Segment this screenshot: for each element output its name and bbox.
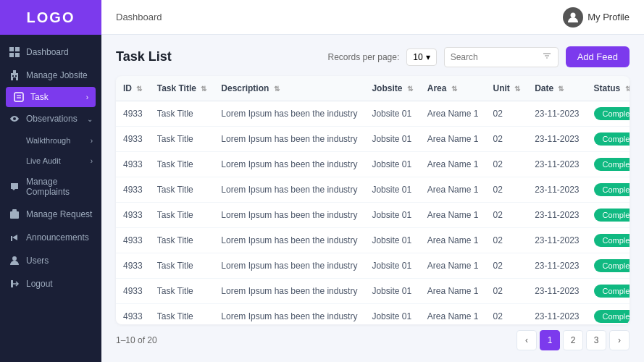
pagination-page-1[interactable]: 1 [540,330,560,350]
pagination-page-3[interactable]: 3 [586,330,606,350]
cell-status: Completed [587,203,630,228]
cell-id: 4933 [116,177,150,203]
sidebar-item-observations[interactable]: Observations ⌄ [0,107,101,130]
cell-unit: 02 [485,203,527,228]
sidebar-item-dashboard[interactable]: Dashboard [0,41,101,64]
cell-status: Completed [587,253,630,279]
sidebar-item-task[interactable]: Task › [6,87,96,107]
records-per-page-select[interactable]: 10 ▾ [406,49,436,66]
pagination-prev-button[interactable]: ‹ [517,330,537,350]
svg-rect-12 [10,211,19,219]
cell-date: 23-11-2023 [527,253,586,279]
sidebar-item-manage-jobsite[interactable]: Manage Jobsite [0,64,101,87]
col-header-description[interactable]: Description ⇅ [214,76,364,101]
sidebar-item-live-audit[interactable]: Live Audit › [0,151,101,171]
cell-status: Completed [587,177,630,203]
sidebar: LOGO Dashboard Manage Jobsite Task › [0,0,101,362]
cell-date: 23-11-2023 [527,177,586,203]
cell-task-title: Task Title [150,203,214,228]
profile-button[interactable]: My Profile [563,7,630,28]
sidebar-item-manage-request[interactable]: Manage Request [0,203,101,226]
status-badge: Completed [594,285,630,298]
cell-task-title: Task Title [150,253,214,279]
col-header-id[interactable]: ID ⇅ [116,76,150,101]
records-value: 10 [413,52,422,62]
svg-rect-6 [12,75,14,77]
cell-jobsite: Jobsite 01 [364,253,419,279]
col-header-task-title[interactable]: Task Title ⇅ [150,76,214,101]
cell-unit: 02 [485,152,527,177]
cell-date: 23-11-2023 [527,228,586,253]
cell-description: Lorem Ipsum has been the industry [214,279,364,304]
logout-icon [9,278,20,290]
col-header-jobsite[interactable]: Jobsite ⇅ [364,76,419,101]
cell-description: Lorem Ipsum has been the industry [214,253,364,279]
sidebar-item-users[interactable]: Users [0,249,101,272]
svg-rect-2 [9,53,14,57]
table-row: 4933 Task Title Lorem Ipsum has been the… [116,127,630,152]
sidebar-item-logout[interactable]: Logout [0,272,101,295]
cell-status: Completed [587,152,630,177]
sidebar-item-label: Walkthrough [26,136,85,145]
sidebar-item-label: Manage Complaints [26,177,93,197]
cell-id: 4933 [116,228,150,253]
svg-rect-5 [13,70,16,73]
col-header-status[interactable]: Status ⇅ [587,76,630,101]
status-badge: Completed [594,132,630,146]
cell-task-title: Task Title [150,228,214,253]
sort-icon: ⇅ [558,85,564,93]
cell-jobsite: Jobsite 01 [364,101,419,127]
cell-description: Lorem Ipsum has been the industry [214,152,364,177]
cell-description: Lorem Ipsum has been the industry [214,304,364,325]
search-box [444,47,559,67]
sort-icon: ⇅ [407,85,413,93]
cell-jobsite: Jobsite 01 [364,228,419,253]
cell-description: Lorem Ipsum has been the industry [214,101,364,127]
task-table: ID ⇅ Task Title ⇅ Description ⇅ Jobsite … [116,76,630,324]
status-badge: Completed [594,259,630,272]
table-row: 4933 Task Title Lorem Ipsum has been the… [116,152,630,177]
pagination-page-2[interactable]: 2 [563,330,583,350]
cell-task-title: Task Title [150,304,214,325]
cell-unit: 02 [485,304,527,325]
table-row: 4933 Task Title Lorem Ipsum has been the… [116,228,630,253]
table-row: 4933 Task Title Lorem Ipsum has been the… [116,203,630,228]
task-icon [13,91,25,103]
cell-area: Area Name 1 [420,177,486,203]
content-area: Task List Records per page: 10 ▾ Add Fee… [101,35,644,362]
cell-jobsite: Jobsite 01 [364,279,419,304]
add-feed-button[interactable]: Add Feed [566,46,630,67]
cell-task-title: Task Title [150,279,214,304]
profile-label: My Profile [587,12,630,22]
cell-status: Completed [587,228,630,253]
sort-icon: ⇅ [625,85,630,93]
breadcrumb: Dashboard [116,12,162,22]
cell-date: 23-11-2023 [527,304,586,325]
sidebar-item-manage-complaints[interactable]: Manage Complaints [0,171,101,203]
cell-area: Area Name 1 [420,228,486,253]
search-input[interactable] [451,52,538,62]
user-icon [9,255,20,266]
cell-area: Area Name 1 [420,101,486,127]
sidebar-item-walkthrough[interactable]: Walkthrough › [0,130,101,151]
announce-icon [9,232,20,243]
logo: LOGO [0,0,101,35]
chevron-right-icon: › [91,157,93,165]
table-row: 4933 Task Title Lorem Ipsum has been the… [116,101,630,127]
svg-rect-1 [15,47,20,51]
cell-date: 23-11-2023 [527,203,586,228]
cell-jobsite: Jobsite 01 [364,152,419,177]
avatar [563,7,583,28]
col-header-area[interactable]: Area ⇅ [420,76,486,101]
cell-description: Lorem Ipsum has been the industry [214,203,364,228]
col-header-unit[interactable]: Unit ⇅ [485,76,527,101]
sidebar-item-announcements[interactable]: Announcements [0,226,101,249]
cell-id: 4933 [116,101,150,127]
status-badge: Completed [594,107,630,120]
col-header-date[interactable]: Date ⇅ [527,76,586,101]
cell-id: 4933 [116,127,150,152]
pagination-next-button[interactable]: › [609,330,630,350]
table-row: 4933 Task Title Lorem Ipsum has been the… [116,253,630,279]
sidebar-nav: Dashboard Manage Jobsite Task › Observat… [0,35,101,362]
cell-area: Area Name 1 [420,279,486,304]
